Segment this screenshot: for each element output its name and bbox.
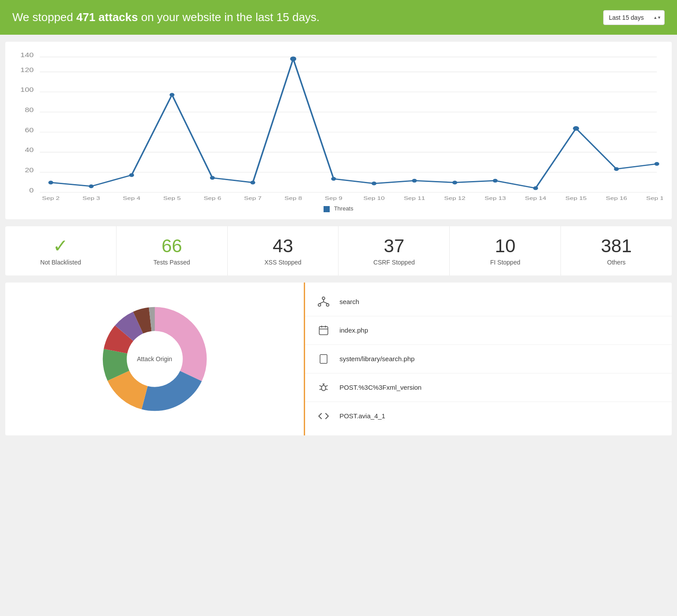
svg-text:Sep 12: Sep 12 bbox=[444, 196, 466, 201]
svg-text:Sep 8: Sep 8 bbox=[284, 196, 302, 201]
chart-dot bbox=[655, 162, 659, 166]
list-item[interactable]: index.php bbox=[305, 316, 672, 345]
stat-label-xss: XSS Stopped bbox=[235, 259, 331, 266]
chart-dot bbox=[573, 126, 579, 131]
stat-number-fi: 10 bbox=[457, 236, 553, 256]
svg-text:100: 100 bbox=[20, 87, 33, 93]
donut-chart: Attack Origin bbox=[98, 302, 212, 416]
calendar-icon bbox=[316, 322, 331, 338]
chart-dot bbox=[331, 177, 336, 181]
chart-dot bbox=[452, 181, 457, 185]
svg-text:40: 40 bbox=[25, 147, 33, 153]
list-item-text: POST.%3C%3Fxml_version bbox=[339, 384, 422, 391]
chart-dot bbox=[371, 181, 376, 185]
svg-point-33 bbox=[318, 304, 321, 306]
chart-dot bbox=[493, 179, 498, 183]
svg-text:Sep 15: Sep 15 bbox=[565, 196, 587, 201]
chart-dot bbox=[290, 57, 296, 62]
stat-csrf: 37 CSRF Stopped bbox=[338, 226, 450, 275]
list-item[interactable]: POST.%3C%3Fxml_version bbox=[305, 373, 672, 402]
chart-dot bbox=[412, 179, 417, 183]
legend-square bbox=[324, 206, 330, 212]
stat-label-blacklisted: Not Blacklisted bbox=[12, 259, 109, 266]
stat-number-others: 381 bbox=[568, 236, 665, 256]
chart-dot bbox=[170, 93, 175, 97]
list-item[interactable]: POST.avia_4_1 bbox=[305, 402, 672, 430]
chart-legend: Threats bbox=[14, 205, 663, 212]
legend-label: Threats bbox=[334, 205, 353, 212]
stats-row: ✓ Not Blacklisted 66 Tests Passed 43 XSS… bbox=[5, 226, 672, 275]
chart-card: 0 20 40 60 80 100 120 140 bbox=[5, 42, 672, 219]
svg-rect-38 bbox=[319, 326, 328, 334]
svg-text:Sep 2: Sep 2 bbox=[42, 196, 60, 201]
chart-area: 0 20 40 60 80 100 120 140 bbox=[14, 52, 663, 202]
svg-rect-42 bbox=[320, 355, 327, 363]
svg-text:Sep 17: Sep 17 bbox=[646, 196, 663, 201]
list-item-text: system/library/search.php bbox=[339, 355, 415, 362]
chart-dot bbox=[89, 185, 94, 188]
file-icon bbox=[316, 351, 331, 367]
stat-not-blacklisted: ✓ Not Blacklisted bbox=[5, 226, 116, 275]
list-item-text: search bbox=[339, 298, 359, 305]
header-title: We stopped 471 attacks on your website i… bbox=[12, 10, 320, 25]
svg-text:Sep 7: Sep 7 bbox=[244, 196, 262, 201]
date-filter-select[interactable]: Last 15 days Last 7 days Last 30 days La… bbox=[603, 10, 665, 25]
list-item-text: index.php bbox=[339, 326, 368, 334]
svg-text:80: 80 bbox=[25, 106, 33, 113]
attack-count: 471 attacks bbox=[76, 11, 138, 24]
stat-label-tests: Tests Passed bbox=[124, 259, 220, 266]
checkmark-icon: ✓ bbox=[12, 236, 109, 256]
stat-xss: 43 XSS Stopped bbox=[228, 226, 339, 275]
svg-text:Sep 5: Sep 5 bbox=[163, 196, 181, 201]
svg-point-34 bbox=[327, 304, 329, 306]
donut-section: Attack Origin bbox=[5, 283, 305, 435]
svg-text:Sep 11: Sep 11 bbox=[404, 196, 425, 201]
svg-text:0: 0 bbox=[29, 187, 33, 193]
stat-number-tests: 66 bbox=[124, 236, 220, 256]
list-item[interactable]: system/library/search.php bbox=[305, 345, 672, 373]
svg-text:Sep 9: Sep 9 bbox=[325, 196, 342, 201]
network-icon bbox=[316, 294, 331, 310]
stat-label-fi: FI Stopped bbox=[457, 259, 553, 266]
svg-line-43 bbox=[320, 385, 322, 386]
chart-dot bbox=[614, 167, 619, 171]
chart-dot bbox=[210, 176, 215, 180]
svg-text:Sep 3: Sep 3 bbox=[82, 196, 100, 201]
chart-dot bbox=[250, 181, 255, 185]
svg-text:Sep 4: Sep 4 bbox=[123, 196, 140, 201]
code-icon bbox=[316, 408, 331, 424]
svg-text:120: 120 bbox=[20, 66, 33, 73]
header-banner: We stopped 471 attacks on your website i… bbox=[0, 0, 677, 35]
svg-line-44 bbox=[326, 385, 328, 386]
svg-point-32 bbox=[322, 297, 325, 300]
threats-chart: 0 20 40 60 80 100 120 140 bbox=[14, 52, 663, 202]
svg-text:20: 20 bbox=[25, 167, 33, 173]
chart-dot bbox=[48, 181, 53, 185]
svg-text:Sep 13: Sep 13 bbox=[484, 196, 506, 201]
stat-label-csrf: CSRF Stopped bbox=[346, 259, 442, 266]
stat-label-others: Others bbox=[568, 259, 665, 266]
donut-svg bbox=[98, 302, 212, 416]
list-item[interactable]: search bbox=[305, 288, 672, 316]
bug-icon bbox=[316, 380, 331, 395]
date-filter-wrapper: Last 15 days Last 7 days Last 30 days La… bbox=[603, 10, 665, 25]
svg-text:Sep 16: Sep 16 bbox=[606, 196, 627, 201]
stat-number-csrf: 37 bbox=[346, 236, 442, 256]
chart-dot bbox=[533, 186, 538, 190]
svg-line-46 bbox=[326, 389, 328, 389]
svg-text:140: 140 bbox=[20, 52, 33, 58]
stat-tests-passed: 66 Tests Passed bbox=[116, 226, 228, 275]
stat-number-xss: 43 bbox=[235, 236, 331, 256]
bottom-row: Attack Origin search bbox=[5, 283, 672, 435]
svg-text:60: 60 bbox=[25, 127, 33, 133]
svg-line-36 bbox=[320, 302, 324, 304]
chart-dot bbox=[129, 173, 134, 177]
svg-text:Sep 6: Sep 6 bbox=[204, 196, 221, 201]
stat-fi: 10 FI Stopped bbox=[450, 226, 561, 275]
attack-list: search index.php system/library/search.p… bbox=[305, 283, 672, 435]
chart-line bbox=[51, 59, 657, 188]
stat-others: 381 Others bbox=[561, 226, 672, 275]
donut-center bbox=[127, 331, 182, 386]
header-title-suffix: on your website in the last 15 days. bbox=[138, 11, 320, 24]
list-item-text: POST.avia_4_1 bbox=[339, 412, 385, 420]
